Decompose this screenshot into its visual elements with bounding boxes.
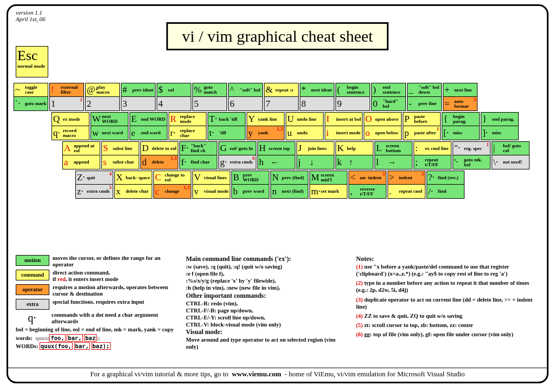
- key-half: Lscreen bottom: [375, 142, 412, 155]
- key-half: >indent3: [388, 171, 425, 185]
- key-char: _: [409, 84, 418, 95]
- key: Z·quit4z·extra cmds5: [75, 171, 113, 199]
- key-label: undo: [297, 130, 322, 135]
- key-char: k: [337, 157, 347, 168]
- key-half: Aappend at eol: [63, 142, 100, 155]
- key-sup: 5: [109, 185, 112, 190]
- key: !external filter12: [49, 83, 84, 111]
- key: Lscreen bottoml→: [375, 141, 412, 169]
- key-label: append at eol: [74, 143, 99, 153]
- key-char: K: [337, 143, 347, 154]
- legend-desc: special functions, requires extra input: [53, 299, 144, 305]
- key-half: ssubst char: [102, 155, 139, 169]
- key: :ex cmd line;repeat t/T/f/F: [414, 141, 451, 169]
- key-label: set mark: [321, 189, 346, 194]
- key-label: append: [74, 160, 99, 165]
- key-char: j: [298, 157, 308, 168]
- key-half: .repeat cmd: [388, 185, 425, 198]
- key-label: help: [347, 146, 372, 151]
- key-char: W: [92, 114, 102, 125]
- key-label: replace mode: [180, 114, 205, 123]
- key-half: -prev line: [408, 97, 441, 110]
- key-label: quit: [87, 175, 112, 180]
- key-label: screen mid'l: [321, 173, 346, 182]
- key-half: 2: [86, 97, 119, 110]
- key: Ssubst linessubst char: [101, 141, 139, 169]
- key-char: V: [194, 172, 204, 183]
- key-char: ?·: [428, 172, 438, 183]
- key-half: &repeat :s: [264, 83, 298, 97]
- key: (begin sentence9: [335, 83, 370, 111]
- key: +next line=auto format3: [443, 83, 477, 111]
- key-label: goto mark: [25, 101, 47, 106]
- key-sup: 1,3: [184, 185, 190, 190]
- key-char: ;: [415, 157, 425, 168]
- legend-row: operatorrequires a motion afterwards, op…: [16, 284, 178, 297]
- key-label: reg. spec: [464, 146, 489, 151]
- note-item: (2) type in a number before any action t…: [356, 279, 539, 293]
- key-half: uundo: [286, 126, 323, 140]
- key-label: auto format: [454, 99, 476, 108]
- key-char: d: [142, 157, 152, 168]
- key-char: v: [194, 186, 204, 197]
- date: April 1st, 06: [16, 16, 46, 22]
- key-char: S: [103, 143, 113, 154]
- key-char: ~: [15, 84, 25, 95]
- visual-body: Move around and type operator to act on …: [186, 336, 349, 350]
- key-char: /·: [428, 186, 438, 197]
- key-label: bol/ goto col: [503, 143, 528, 153]
- key: Rreplace moder·replace char: [169, 112, 206, 140]
- key-half: Wnext WORD: [91, 113, 128, 126]
- key-sup: 4: [109, 171, 112, 177]
- key-sup: 1,3: [277, 126, 283, 132]
- key-half: wnext word: [91, 126, 128, 140]
- key-label: prev (find): [282, 175, 307, 180]
- key-half: aappend: [63, 155, 100, 169]
- key-char: J: [298, 143, 308, 154]
- key-half: Z·quit4: [76, 171, 113, 185]
- key-char: Y: [248, 114, 258, 125]
- key-half: 5: [193, 97, 227, 110]
- key-half: Khelp: [336, 142, 373, 155]
- key-char: e: [131, 128, 141, 139]
- key-label: subst char: [113, 160, 138, 165]
- key-char: |: [493, 143, 503, 154]
- key: Ddelete to eolddelete1,3: [140, 141, 178, 169]
- key: >indent3.repeat cmd: [388, 171, 425, 199]
- key-half: _"soft" bol down: [408, 83, 441, 97]
- key: Cchange to eolcchange1,3: [153, 171, 191, 199]
- key-label: delete to eol: [152, 146, 177, 151]
- key-char: .: [389, 186, 399, 197]
- key-char: f·: [181, 157, 191, 168]
- key-char: a: [64, 157, 74, 168]
- legend-column: motionmoves the cursor, or defines the r…: [16, 255, 178, 350]
- key: }end parag.]·misc: [481, 112, 519, 140]
- legend-row: commanddirect action command,if red, it …: [16, 270, 178, 282]
- key-half: (begin sentence: [336, 83, 370, 97]
- qdot-desc: commands with a dot need a char argument…: [51, 312, 178, 324]
- key-char: "·: [454, 143, 464, 154]
- key: |bol/ goto col\·not used!: [492, 141, 530, 169]
- key-char: T·: [209, 114, 219, 125]
- abbrev: bol = beginning of line, eol = end of li…: [16, 326, 178, 333]
- key-half: cchange1,3: [154, 185, 191, 198]
- key-char: t·: [209, 128, 219, 139]
- key-char: G: [220, 143, 230, 154]
- key-half: Jjoin lines: [297, 142, 334, 155]
- key-half: 12: [50, 97, 83, 110]
- key-half: @·play macro: [86, 83, 119, 97]
- key-label: misc: [453, 130, 478, 135]
- key-half: %goto match: [193, 83, 227, 97]
- qdot-symbol: q·: [16, 312, 48, 324]
- key-label: reverse t/T/f/F: [360, 187, 385, 196]
- key-half: ]·misc: [481, 126, 518, 140]
- key-half: k↑: [336, 155, 373, 169]
- key-label: "hard" bol: [383, 99, 404, 108]
- version: version 1.1: [16, 9, 42, 16]
- key-label: extra cmds: [230, 160, 255, 165]
- key-label: paste after: [414, 130, 439, 135]
- key-label: next ident: [311, 88, 333, 93]
- key-label: end sentence: [383, 85, 404, 94]
- key-label: indent: [399, 175, 424, 180]
- key-half: yyank1,3: [247, 126, 284, 140]
